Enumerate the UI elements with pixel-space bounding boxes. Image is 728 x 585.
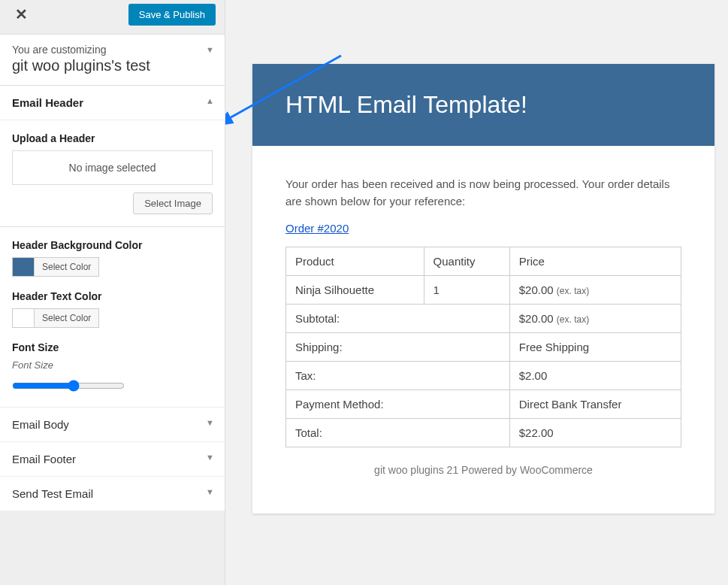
accordion-send-test-email[interactable]: Send Test Email ▼ <box>0 477 225 511</box>
order-table: Product Quantity Price Ninja Silhouette … <box>285 247 681 447</box>
text-color-label: Header Text Color <box>12 290 213 302</box>
order-link[interactable]: Order #2020 <box>285 222 349 235</box>
font-size-label: Font Size <box>12 341 213 353</box>
preview-pane: HTML Email Template! Your order has been… <box>225 0 728 585</box>
accordion-label: Send Test Email <box>12 487 93 500</box>
table-row: Tax: $2.00 <box>286 362 681 390</box>
section-title-label: Email Header <box>12 96 83 109</box>
cell-product: Ninja Silhouette <box>286 276 424 305</box>
col-product: Product <box>286 247 424 276</box>
text-select-color-button[interactable]: Select Color <box>35 308 99 328</box>
summary-label: Payment Method: <box>286 390 510 419</box>
accordion-label: Email Footer <box>12 453 76 465</box>
summary-value: Free Shipping <box>509 333 681 362</box>
table-row: Subtotal: $20.00 (ex. tax) <box>286 305 681 333</box>
chevron-down-icon: ▼ <box>206 418 214 427</box>
table-row: Total: $22.00 <box>286 419 681 447</box>
bg-select-color-button[interactable]: Select Color <box>35 257 99 277</box>
panel-upload-header: Upload a Header No image selected Select… <box>0 120 225 227</box>
upload-placeholder[interactable]: No image selected <box>12 150 213 185</box>
panel-colors-fonts: Header Background Color Select Color Hea… <box>0 227 225 407</box>
email-card: HTML Email Template! Your order has been… <box>252 64 714 514</box>
bg-color-swatch[interactable] <box>12 257 35 277</box>
table-row: Payment Method: Direct Bank Transfer <box>286 390 681 419</box>
summary-value: $20.00 (ex. tax) <box>509 305 681 333</box>
chevron-down-icon: ▼ <box>206 487 214 496</box>
email-body: Your order has been received and is now … <box>252 146 714 514</box>
summary-label: Total: <box>286 419 510 447</box>
cell-price: $20.00 (ex. tax) <box>509 276 681 305</box>
table-row: Shipping: Free Shipping <box>286 333 681 362</box>
svg-line-0 <box>227 56 341 120</box>
customizing-header[interactable]: You are customizing git woo plugins's te… <box>0 35 225 86</box>
section-email-header[interactable]: Email Header ▲ <box>0 86 225 120</box>
bg-color-label: Header Background Color <box>12 239 213 251</box>
summary-label: Subtotal: <box>286 305 510 333</box>
summary-value: Direct Bank Transfer <box>509 390 681 419</box>
accordion-email-footer[interactable]: Email Footer ▼ <box>0 442 225 477</box>
email-intro-text: Your order has been received and is now … <box>285 176 681 210</box>
site-title: git woo plugins's test <box>12 57 213 74</box>
sidebar-topbar: ✕ Save & Publish <box>0 0 225 35</box>
col-price: Price <box>509 247 681 276</box>
cell-quantity: 1 <box>424 276 509 305</box>
summary-value: $2.00 <box>509 362 681 390</box>
table-header-row: Product Quantity Price <box>286 247 681 276</box>
sidebar-fill <box>0 511 225 585</box>
select-image-button[interactable]: Select Image <box>133 192 213 214</box>
customizer-sidebar: ✕ Save & Publish You are customizing git… <box>0 0 225 585</box>
save-publish-button[interactable]: Save & Publish <box>128 4 216 26</box>
accordion-email-body[interactable]: Email Body ▼ <box>0 407 225 442</box>
customizing-intro: You are customizing <box>12 44 213 56</box>
summary-value: $22.00 <box>509 419 681 447</box>
close-icon[interactable]: ✕ <box>9 2 34 26</box>
text-color-swatch[interactable] <box>12 308 35 328</box>
col-quantity: Quantity <box>424 247 509 276</box>
upload-header-label: Upload a Header <box>12 132 213 144</box>
table-row: Ninja Silhouette 1 $20.00 (ex. tax) <box>286 276 681 305</box>
font-size-sub: Font Size <box>12 359 213 371</box>
chevron-down-icon: ▼ <box>206 453 214 462</box>
chevron-down-icon: ▼ <box>206 45 214 54</box>
annotation-arrow <box>225 48 356 131</box>
accordion-label: Email Body <box>12 418 69 431</box>
chevron-up-icon: ▲ <box>206 96 214 105</box>
email-footer-text: git woo plugins 21 Powered by WooCommerc… <box>285 447 681 500</box>
summary-label: Tax: <box>286 362 510 390</box>
summary-label: Shipping: <box>286 333 510 362</box>
font-size-slider[interactable] <box>12 380 125 392</box>
